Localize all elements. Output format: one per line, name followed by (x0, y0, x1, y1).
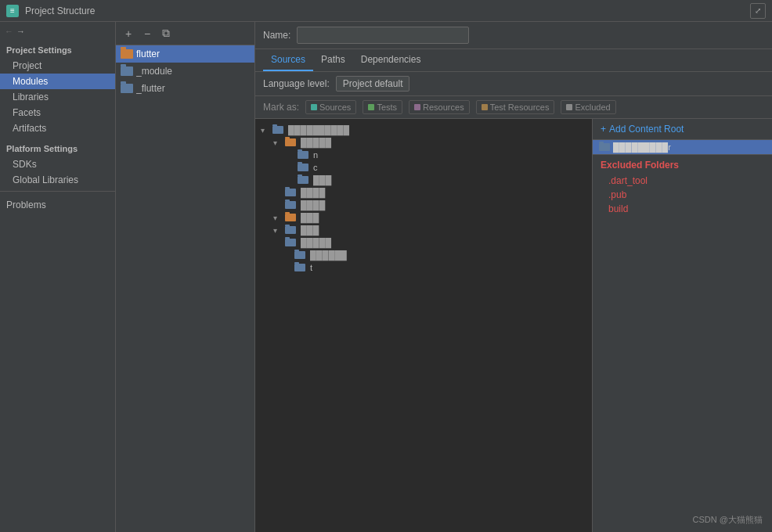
name-input[interactable] (297, 27, 469, 44)
content-root-path: █████████r (613, 142, 671, 152)
tab-paths[interactable]: Paths (313, 49, 353, 71)
mark-tests-label: Tests (377, 102, 397, 112)
folder-icon (294, 251, 305, 259)
content-root-bar[interactable]: █████████r (593, 140, 772, 155)
folder-icon (121, 66, 133, 76)
folder-icon (294, 264, 305, 271)
mark-as-label: Mark as: (263, 102, 299, 113)
title-bar: ≡ Project Structure ⤢ (0, 0, 772, 22)
chevron-down-icon: ▾ (261, 126, 270, 135)
tree-row[interactable]: ▾ ██████████ (255, 124, 592, 136)
tabs-row: Sources Paths Dependencies (255, 49, 772, 72)
divider (0, 191, 115, 192)
sidebar-item-label: SDKs (13, 159, 37, 170)
sidebar-item-label: Artifacts (13, 123, 46, 134)
language-level-dropdown[interactable]: Project default (336, 76, 410, 92)
name-row: Name: (255, 22, 772, 49)
module-item-module[interactable]: _module (116, 63, 254, 80)
sidebar-item-modules[interactable]: Modules (0, 74, 115, 89)
sidebar-item-libraries[interactable]: Libraries (0, 89, 115, 105)
tree-row[interactable]: ████ (255, 199, 592, 211)
content-root-folder-icon (599, 143, 610, 151)
watermark: CSDN @大猫熊猫 (693, 514, 763, 526)
tree-item-label: t (310, 263, 312, 272)
sidebar-item-label: Project (13, 60, 41, 71)
expand-button[interactable]: ⤢ (750, 3, 766, 19)
full-right-area: + − ⧉ flutter _module _flutter Name: (116, 22, 772, 532)
tree-row[interactable]: ▾ ███ (255, 224, 592, 236)
test-resources-dot (482, 104, 488, 110)
sidebar-item-sdks[interactable]: SDKs (0, 156, 115, 172)
tree-item-label: ████ (301, 200, 325, 210)
content-area: Name: Sources Paths Dependencies Languag… (255, 22, 772, 532)
excluded-item-dart-tool[interactable]: .dart_tool (593, 174, 772, 188)
tree-row[interactable]: ▾ ███ (255, 211, 592, 224)
excluded-folders-label: Excluded Folders (593, 155, 772, 174)
file-tree: ▾ ██████████ ▾ █████ (255, 119, 592, 532)
sidebar-item-problems[interactable]: Problems (0, 195, 115, 213)
add-content-root-button[interactable]: Add Content Root (609, 124, 684, 135)
tab-dependencies[interactable]: Dependencies (353, 49, 429, 71)
folder-icon (298, 164, 308, 171)
app-icon: ≡ (6, 5, 19, 17)
sources-dot (311, 104, 317, 110)
mark-excluded-label: Excluded (575, 102, 610, 112)
chevron-down-icon: ▾ (273, 226, 283, 235)
sidebar-item-label: Global Libraries (13, 174, 78, 185)
tree-item-label: █████ (301, 138, 331, 147)
tree-item-label: █████ (301, 238, 331, 247)
tree-row[interactable]: n (255, 149, 592, 161)
tree-item-label: ███ (301, 213, 319, 222)
folder-icon (272, 126, 283, 134)
excluded-panel: + Add Content Root █████████r Excluded F… (592, 119, 772, 532)
tree-row[interactable]: ███ (255, 174, 592, 186)
mark-test-resources-label: Test Resources (490, 102, 550, 112)
forward-arrow[interactable]: → (16, 27, 25, 36)
tree-item-label: c (313, 163, 318, 172)
excluded-dot (566, 104, 572, 110)
folder-icon (121, 84, 133, 93)
sidebar-item-label: Facets (13, 107, 41, 118)
mark-resources-button[interactable]: Resources (409, 100, 470, 114)
mark-as-row: Mark as: Sources Tests Resources Test Re… (255, 96, 772, 119)
chevron-down-icon: ▾ (273, 138, 283, 147)
sidebar-item-project[interactable]: Project (0, 58, 115, 74)
tree-item-label: ██████ (310, 250, 347, 260)
back-arrow[interactable]: ← (5, 27, 13, 36)
module-item-flutter[interactable]: flutter (116, 45, 254, 63)
add-content-root-row: + Add Content Root (593, 119, 772, 140)
tests-dot (368, 104, 374, 110)
copy-module-button[interactable]: ⧉ (158, 26, 174, 41)
mark-test-resources-button[interactable]: Test Resources (476, 100, 555, 114)
module-name: _module (136, 66, 172, 77)
excluded-item-pub[interactable]: .pub (593, 188, 772, 202)
sidebar-item-global-libraries[interactable]: Global Libraries (0, 172, 115, 188)
folder-icon (285, 201, 296, 209)
mark-tests-button[interactable]: Tests (363, 100, 402, 114)
tab-sources[interactable]: Sources (263, 49, 313, 71)
nav-arrows: ← → (0, 22, 115, 41)
folder-icon (285, 239, 296, 246)
sidebar-item-facets[interactable]: Facets (0, 105, 115, 120)
sidebar-item-artifacts[interactable]: Artifacts (0, 120, 115, 136)
folder-icon (285, 189, 296, 196)
mark-sources-button[interactable]: Sources (305, 100, 356, 114)
excluded-item-build[interactable]: build (593, 202, 772, 216)
sidebar: ← → Project Settings Project Modules Lib… (0, 22, 116, 532)
add-module-button[interactable]: + (121, 26, 136, 41)
tree-row[interactable]: ▾ █████ (255, 136, 592, 149)
tree-row[interactable]: c (255, 161, 592, 174)
remove-module-button[interactable]: − (139, 26, 155, 41)
tree-row[interactable]: t (255, 261, 592, 274)
tree-row[interactable]: ████ (255, 186, 592, 199)
mark-excluded-button[interactable]: Excluded (561, 100, 615, 114)
tree-row[interactable]: █████ (255, 236, 592, 249)
folder-icon (121, 49, 133, 59)
split-panel: ▾ ██████████ ▾ █████ (255, 119, 772, 532)
tree-row[interactable]: ██████ (255, 249, 592, 261)
main-layout: ← → Project Settings Project Modules Lib… (0, 22, 772, 532)
module-item-flutter2[interactable]: _flutter (116, 80, 254, 97)
name-label: Name: (263, 30, 290, 41)
folder-icon (285, 138, 296, 146)
chevron-down-icon: ▾ (273, 214, 283, 222)
